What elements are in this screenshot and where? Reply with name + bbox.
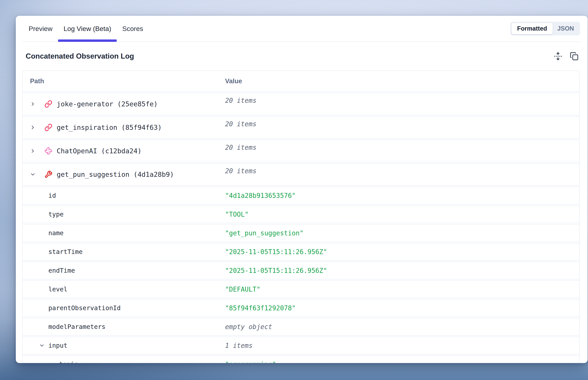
value-cell: "programming" — [225, 361, 579, 363]
section-header: Concatenated Observation Log — [16, 42, 588, 70]
path-cell: get_pun_suggestion (4d1a28b9) — [23, 164, 225, 185]
tabs: Preview Log View (Beta) Scores — [23, 16, 149, 41]
path-cell: id — [23, 192, 225, 199]
value-cell: "get_pun_suggestion" — [225, 229, 579, 237]
key-label: endTime — [48, 267, 75, 274]
path-cell: joke-generator (25ee85fe) — [23, 93, 225, 115]
table-row: name "get_pun_suggestion" — [23, 224, 579, 242]
table-row: modelParameters empty object — [23, 318, 579, 335]
desktop-wallpaper: { "colors": { "accent_indigo": "#4f46e5"… — [0, 0, 588, 380]
tab-bar: Preview Log View (Beta) Scores Formatted… — [22, 16, 581, 42]
node-label: joke-generator (25ee85fe) — [57, 100, 158, 108]
key-label: parentObservationId — [48, 304, 121, 312]
page-title: Concatenated Observation Log — [26, 52, 134, 60]
trace-detail-panel: Preview Log View (Beta) Scores Formatted… — [16, 16, 588, 363]
observation-log-table: Path Value joke-generator (25ee85fe) 20 … — [22, 70, 580, 363]
value-cell: 20 items — [225, 117, 579, 138]
table-row[interactable]: ChatOpenAI (c12bda24) 20 items — [23, 140, 579, 162]
table-row: parentObservationId "85f94f63f1292078" — [23, 299, 579, 317]
node-label: get_inspiration (85f94f63) — [57, 124, 162, 132]
wrench-icon — [44, 171, 52, 178]
value-cell: 1 items — [225, 342, 579, 349]
key-label: id — [48, 192, 56, 199]
copy-icon[interactable] — [569, 51, 580, 62]
tab-scores[interactable]: Scores — [117, 16, 149, 41]
path-cell: type — [23, 210, 225, 218]
value-cell: 20 items — [225, 164, 579, 185]
value-cell: 20 items — [225, 93, 579, 115]
table-row[interactable]: get_inspiration (85f94f63) 20 items — [23, 116, 579, 138]
key-label: topic — [59, 361, 78, 363]
table-row: topic "programming" — [23, 355, 579, 363]
path-cell: endTime — [23, 267, 225, 274]
chevron-right-icon[interactable] — [30, 148, 36, 154]
value-cell: "TOOL" — [225, 210, 579, 218]
key-label: startTime — [48, 248, 82, 255]
key-label: type — [48, 210, 63, 218]
format-toggle: Formatted JSON — [510, 22, 580, 36]
table-row: id "4d1a28b913653576" — [23, 187, 579, 204]
chevron-down-icon[interactable] — [39, 342, 45, 348]
path-cell: name — [23, 229, 225, 237]
value-cell: "2025-11-05T15:11:26.956Z" — [225, 267, 579, 274]
unfold-vertical-icon[interactable] — [552, 51, 564, 62]
tab-log-view-beta[interactable]: Log View (Beta) — [58, 16, 117, 41]
value-cell: "2025-11-05T15:11:26.956Z" — [225, 248, 579, 256]
format-toggle-json[interactable]: JSON — [553, 23, 579, 34]
column-header-path: Path — [23, 77, 225, 85]
value-cell: "DEFAULT" — [225, 285, 579, 293]
table-row[interactable]: joke-generator (25ee85fe) 20 items — [23, 93, 579, 115]
table-row: endTime "2025-11-05T15:11:26.956Z" — [23, 262, 579, 279]
link-icon — [44, 124, 52, 132]
table-row: type "TOOL" — [23, 205, 579, 223]
path-cell: input — [23, 342, 225, 349]
path-cell: startTime — [23, 248, 225, 255]
node-label: get_pun_suggestion (4d1a28b9) — [57, 171, 174, 178]
path-cell: modelParameters — [23, 323, 225, 330]
link-icon — [44, 100, 52, 108]
path-cell: ChatOpenAI (c12bda24) — [23, 140, 225, 162]
table-row: level "DEFAULT" — [23, 280, 579, 298]
format-toggle-formatted[interactable]: Formatted — [512, 23, 553, 34]
value-cell: 20 items — [225, 140, 579, 162]
key-label: level — [48, 285, 67, 293]
column-header-value: Value — [225, 77, 579, 85]
value-cell: empty object — [225, 323, 579, 331]
path-cell: parentObservationId — [23, 304, 225, 312]
chevron-right-icon[interactable] — [30, 101, 36, 107]
node-label: ChatOpenAI (c12bda24) — [57, 147, 142, 155]
path-cell: level — [23, 285, 225, 293]
value-cell: "85f94f63f1292078" — [225, 304, 579, 312]
fan-icon — [44, 147, 52, 155]
table-row[interactable]: get_pun_suggestion (4d1a28b9) 20 items — [23, 163, 579, 185]
table-row[interactable]: input 1 items — [23, 337, 579, 354]
key-label: input — [48, 342, 67, 349]
tab-preview[interactable]: Preview — [23, 16, 58, 41]
table-row: startTime "2025-11-05T15:11:26.956Z" — [23, 243, 579, 260]
path-cell: get_inspiration (85f94f63) — [23, 117, 225, 138]
value-cell: "4d1a28b913653576" — [225, 192, 579, 199]
table-header: Path Value — [23, 71, 579, 91]
key-label: modelParameters — [48, 323, 105, 330]
chevron-down-icon[interactable] — [30, 171, 36, 177]
header-actions — [552, 51, 580, 62]
path-cell: topic — [23, 361, 225, 363]
chevron-right-icon[interactable] — [30, 125, 36, 131]
key-label: name — [48, 229, 63, 237]
